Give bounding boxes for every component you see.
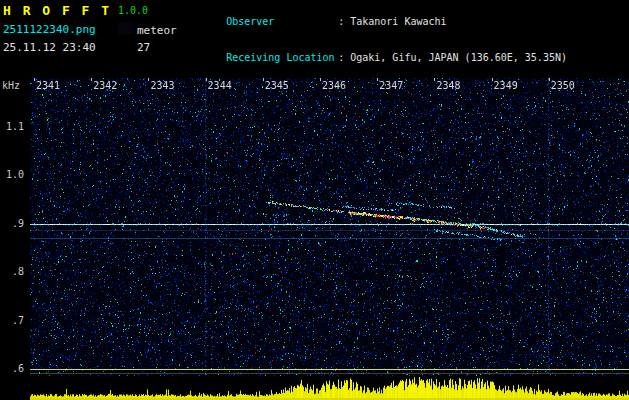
app-version: 1.0.0 [118,5,148,16]
info-label: Receiving Location [226,52,338,64]
info-row-location: Receiving LocationOgaki, Gifu, JAPAN (13… [178,40,567,76]
header: H R O F F T 1.0.0 2511122340.png meteor … [0,0,629,78]
time-label: 2341 [36,80,60,91]
mode-label: meteor [137,24,177,37]
legend-box [118,22,133,35]
time-label: 2345 [265,80,289,91]
info-label: Observer [226,16,338,28]
echo-count: 27 [137,41,150,54]
time-label: 2346 [322,80,346,91]
frequency-axis: kHz 1.11.0.9.8.7.6 [0,0,27,400]
freq-label: 1.1 [6,121,24,132]
freq-label: .8 [12,266,24,277]
time-label: 2347 [379,80,403,91]
spectrogram-canvas [30,78,629,376]
time-axis: 2341234223432344234523462347234823492350 [0,80,629,92]
time-label: 2349 [494,80,518,91]
info-row-observer: ObserverTakanori Kawachi [178,4,567,40]
info-value: Takanori Kawachi [338,16,446,27]
time-label: 2348 [436,80,460,91]
time-label: 2344 [208,80,232,91]
freq-label: .6 [12,363,24,374]
time-label: 2342 [93,80,117,91]
info-value: Ogaki, Gifu, JAPAN (136.60E, 35.35N) [338,52,567,63]
time-label: 2350 [551,80,575,91]
hrofft-window: H R O F F T 1.0.0 2511122340.png meteor … [0,0,629,400]
level-graph-canvas [30,376,629,400]
freq-label: .9 [12,218,24,229]
freq-label: .7 [12,315,24,326]
time-label: 2343 [150,80,174,91]
freq-label: 1.0 [6,169,24,180]
